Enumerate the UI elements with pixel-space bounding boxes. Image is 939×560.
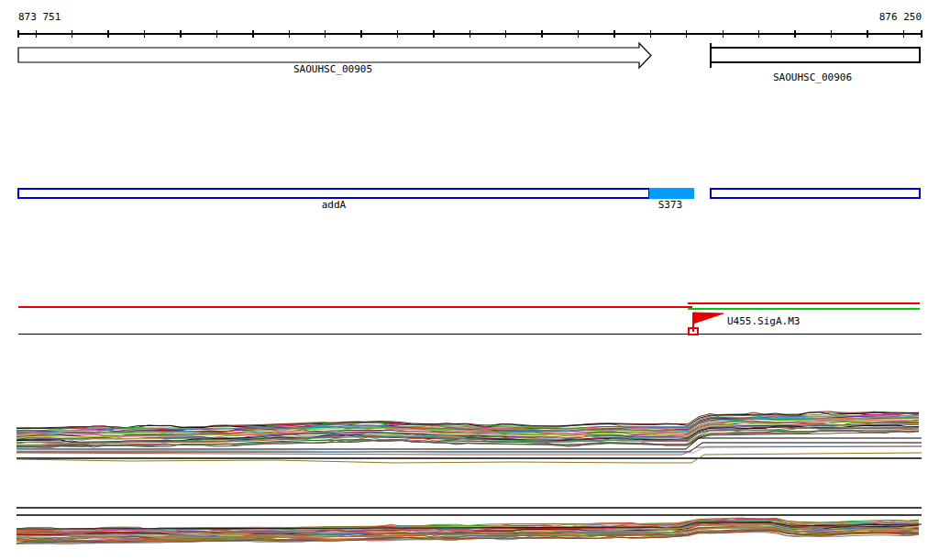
trace-bundle-bottom — [17, 518, 919, 544]
coordinate-left: 873 751 — [18, 12, 61, 22]
browser-canvas — [0, 0, 939, 560]
feature-label-s373: S373 — [658, 200, 683, 210]
tss-flag-label: U455.SigA.M3 — [727, 316, 800, 326]
feature-label-adda: addA — [322, 200, 347, 210]
feature-box-unnamed-2[interactable] — [711, 189, 920, 198]
gene-saouhsc-00906[interactable] — [711, 48, 920, 62]
feature-segment-S373[interactable] — [649, 188, 694, 199]
gene-label-saouhsc-00906: SAOUHSC_00906 — [773, 72, 852, 82]
tss-flag-pennant[interactable] — [693, 313, 724, 324]
genome-browser-view: 873 751 876 250 SAOUHSC_00905 SAOUHSC_00… — [0, 0, 939, 560]
gene-label-saouhsc-00905: SAOUHSC_00905 — [293, 64, 372, 74]
feature-box-addA[interactable] — [18, 189, 649, 198]
coordinate-right: 876 250 — [879, 12, 922, 22]
